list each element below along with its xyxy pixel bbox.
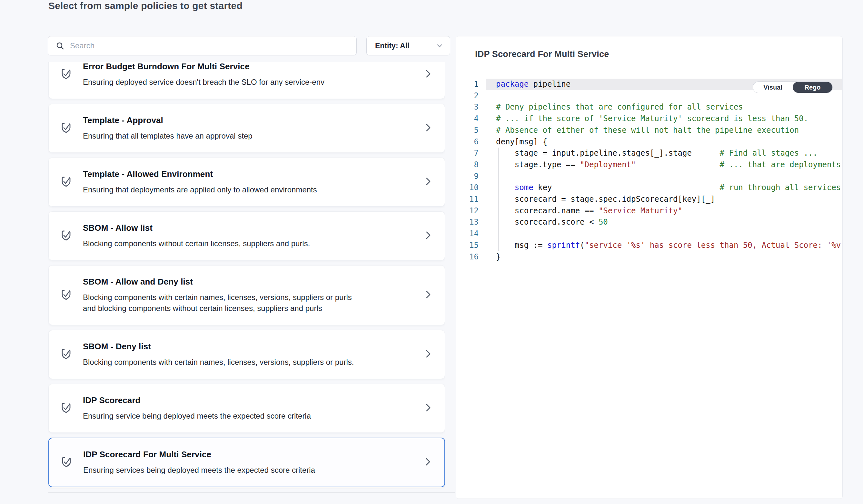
- line-number: 9: [456, 171, 478, 182]
- policy-title: Error Budget Burndown For Multi Service: [83, 62, 406, 72]
- line-number: 13: [456, 217, 478, 228]
- chevron-right-icon: [423, 349, 433, 359]
- chevron-right-icon: [423, 176, 433, 186]
- line-number: 7: [456, 147, 478, 159]
- line-number: 16: [456, 251, 478, 263]
- line-number: 15: [456, 240, 478, 251]
- line-number: 10: [456, 182, 478, 194]
- search-box: [48, 36, 357, 55]
- code-line: 13 scorecard.score < 50: [456, 217, 842, 228]
- code-line: 15 msg := sprintf("service '%s' has scor…: [456, 240, 842, 251]
- policy-card[interactable]: IDP ScorecardEnsuring service being depl…: [48, 384, 445, 433]
- policy-card[interactable]: Template - ApprovalEnsuring that all tem…: [48, 104, 445, 153]
- policy-card[interactable]: IDP Scorecard For Multi ServiceEnsuring …: [48, 438, 445, 487]
- policy-title: Template - Approval: [83, 115, 406, 125]
- policy-title: SBOM - Allow and Deny list: [83, 276, 406, 287]
- chevron-right-icon: [423, 69, 433, 79]
- line-number: 2: [456, 90, 478, 102]
- policy-description: Ensuring deployed service doesn't breach…: [83, 77, 360, 88]
- search-input[interactable]: [65, 36, 357, 55]
- line-number: 12: [456, 205, 478, 217]
- policy-description: Ensuring that all templates have an appr…: [83, 130, 360, 141]
- chevron-right-icon: [423, 457, 433, 467]
- policy-detail-title: IDP Scorecard For Multi Service: [475, 49, 609, 59]
- policy-card[interactable]: SBOM - Deny listBlocking components with…: [48, 330, 445, 379]
- list-bottom-divider: [48, 492, 455, 493]
- policy-description: Ensuring service being deployed meets th…: [83, 411, 360, 422]
- chevron-right-icon: [423, 289, 433, 300]
- policy-card[interactable]: Template - Allowed EnvironmentEnsuring t…: [48, 158, 445, 207]
- code-line: 12 scorecard.name == "Service Maturity": [456, 205, 842, 217]
- policy-card[interactable]: SBOM - Allow listBlocking components wit…: [48, 211, 445, 260]
- rego-code-editor[interactable]: 1package pipeline2 3# Deny pipelines tha…: [456, 79, 842, 499]
- chevron-down-icon: [435, 41, 444, 50]
- code-line: 3# Deny pipelines that are configured fo…: [456, 102, 842, 113]
- line-number: 6: [456, 136, 478, 148]
- page-title: Select from sample policies to get start…: [48, 0, 242, 13]
- policy-title: Template - Allowed Environment: [83, 169, 406, 179]
- shield-check-icon: [60, 401, 73, 414]
- code-line: 5# Absence of either of these will not h…: [456, 125, 842, 136]
- policy-card[interactable]: SBOM - Allow and Deny listBlocking compo…: [48, 265, 445, 325]
- policy-title: SBOM - Allow list: [83, 223, 406, 233]
- shield-check-icon: [60, 67, 73, 80]
- policy-title: IDP Scorecard For Multi Service: [83, 449, 406, 460]
- indent-guide: [498, 147, 499, 251]
- policy-title: IDP Scorecard: [83, 395, 406, 405]
- policy-description: Blocking components without certain lice…: [83, 238, 360, 249]
- policy-list[interactable]: Error Budget Burndown For Multi ServiceE…: [48, 62, 445, 493]
- shield-check-icon: [60, 121, 73, 134]
- policy-description: Blocking components with certain names, …: [83, 292, 360, 314]
- line-number: 3: [456, 102, 478, 113]
- entity-filter-label: Entity: All: [367, 41, 435, 50]
- line-number: 4: [456, 113, 478, 125]
- panel-divider: [456, 72, 842, 72]
- chevron-right-icon: [423, 230, 433, 241]
- line-number: 11: [456, 194, 478, 205]
- code-line: 14: [456, 228, 842, 240]
- chevron-right-icon: [423, 402, 433, 413]
- line-number: 14: [456, 228, 478, 240]
- entity-filter-dropdown[interactable]: Entity: All: [366, 36, 450, 55]
- code-line: 7 stage = input.pipeline.stages[_].stage…: [456, 147, 842, 159]
- chevron-right-icon: [423, 122, 433, 133]
- shield-check-icon: [60, 288, 73, 301]
- shield-check-icon: [60, 229, 73, 242]
- search-icon: [55, 41, 65, 51]
- line-number: 5: [456, 125, 478, 136]
- code-line: 8 stage.type == "Deployment" # ... that …: [456, 159, 842, 171]
- rego-toggle-button[interactable]: Rego: [793, 82, 833, 93]
- shield-check-icon: [60, 175, 73, 188]
- policy-description: Ensuring services being deployed meets t…: [83, 465, 361, 476]
- page: Select from sample policies to get start…: [0, 0, 863, 504]
- code-line: 6deny[msg] {: [456, 136, 842, 148]
- shield-check-icon: [60, 347, 73, 360]
- code-line: 16}: [456, 251, 842, 263]
- view-mode-toggle: Visual Rego: [753, 81, 833, 93]
- line-number: 1: [456, 79, 478, 90]
- policy-description: Ensuring that deployments are applied on…: [83, 184, 360, 195]
- code-line: 9: [456, 171, 842, 182]
- code-line: 4# ... if the score of 'Service Maturity…: [456, 113, 842, 125]
- visual-toggle-button[interactable]: Visual: [753, 82, 793, 93]
- code-line: 10 some key # run through all services: [456, 182, 842, 194]
- line-number: 8: [456, 159, 478, 171]
- code-line: 11 scorecard = stage.spec.idpScorecard[k…: [456, 194, 842, 205]
- policy-description: Blocking components with certain names, …: [83, 357, 360, 368]
- policy-title: SBOM - Deny list: [83, 341, 406, 352]
- shield-check-icon: [60, 455, 73, 468]
- policy-card[interactable]: Error Budget Burndown For Multi ServiceE…: [48, 62, 445, 99]
- policy-detail-panel: IDP Scorecard For Multi Service 1package…: [456, 36, 843, 499]
